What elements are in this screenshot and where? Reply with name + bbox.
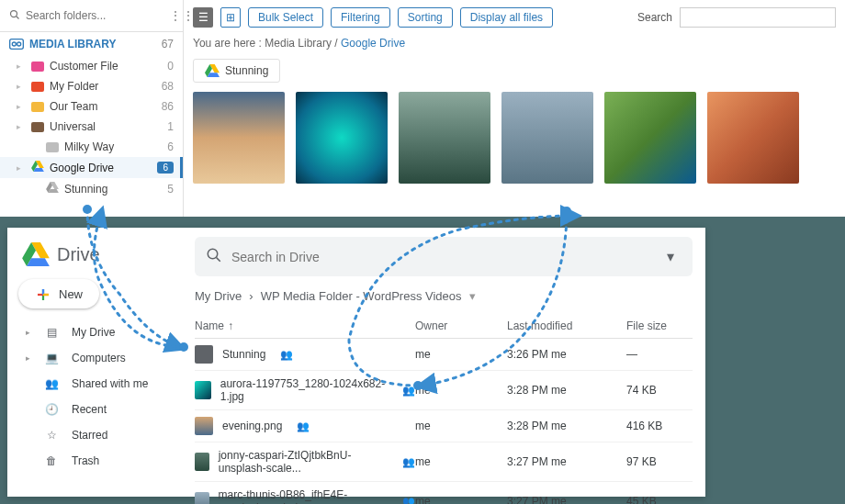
drive-nav-recent[interactable]: 🕘Recent	[15, 397, 175, 422]
drive-file-row[interactable]: evening.png👥me3:28 PM me416 KB	[195, 410, 693, 442]
media-thumbnail[interactable]	[399, 92, 490, 184]
svg-line-6	[217, 257, 220, 261]
file-icon	[195, 381, 211, 399]
sidebar-item-count: 6	[167, 140, 174, 153]
plus-icon	[35, 286, 50, 301]
library-count: 67	[162, 38, 174, 50]
media-thumbnail[interactable]	[707, 92, 799, 184]
bulk-select-button[interactable]: Bulk Select	[248, 7, 323, 28]
svg-point-0	[11, 11, 17, 17]
shared-icon: 👥	[280, 349, 293, 361]
library-title: MEDIA LIBRARY	[29, 38, 116, 50]
drive-bc-root[interactable]: My Drive	[195, 289, 242, 303]
chevron-icon: ▸	[17, 163, 26, 173]
file-modified: 3:28 PM me	[507, 420, 626, 432]
view-list-button[interactable]: ☰	[193, 7, 213, 28]
folder-chip-stunning[interactable]: Stunning	[193, 59, 280, 83]
search-label: Search	[637, 11, 672, 24]
folder-icon	[46, 142, 59, 152]
file-size: 74 KB	[626, 384, 693, 397]
sidebar-item-label: Our Team	[50, 100, 97, 113]
file-icon	[195, 417, 213, 435]
sidebar-item-customer-file[interactable]: ▸Customer File0	[0, 56, 183, 76]
drive-nav-my-drive[interactable]: ▸▤My Drive	[15, 319, 175, 345]
col-owner-header[interactable]: Owner	[415, 319, 507, 332]
sidebar-item-our-team[interactable]: ▸Our Team86	[0, 96, 183, 117]
file-size: —	[626, 348, 693, 361]
file-name: marc-thunis-0B86_ifhE4E-unsplash-scaled.…	[219, 488, 388, 504]
file-modified: 3:27 PM me	[507, 495, 626, 504]
drive-file-row[interactable]: marc-thunis-0B86_ifhE4E-unsplash-scaled.…	[195, 482, 693, 504]
sidebar-item-count: 5	[167, 183, 174, 196]
filtering-button[interactable]: Filtering	[331, 7, 390, 28]
sidebar-item-milky-way[interactable]: Milky Way6	[0, 137, 183, 157]
shared-icon: 👥	[402, 456, 415, 468]
col-size-header[interactable]: File size	[626, 319, 693, 332]
chevron-right-icon: ›	[249, 289, 253, 303]
svg-point-4	[17, 42, 21, 46]
drive-search-input[interactable]	[231, 250, 650, 264]
view-grid-button[interactable]: ⊞	[220, 7, 241, 28]
nav-label: Computers	[72, 352, 126, 364]
sidebar-item-stunning[interactable]: Stunning5	[0, 178, 183, 199]
drive-file-row[interactable]: jonny-caspari-ZtIQjtbkBnU-unsplash-scale…	[195, 442, 693, 482]
sidebar-item-label: Google Drive	[50, 162, 114, 174]
file-modified: 3:27 PM me	[507, 455, 626, 468]
search-options-icon[interactable]: ▾	[659, 244, 682, 269]
folder-icon	[31, 62, 44, 72]
nav-icon: 🕘	[44, 403, 59, 416]
sidebar-item-google-drive[interactable]: ▸Google Drive6	[0, 157, 183, 178]
sidebar-item-count: 68	[162, 80, 174, 93]
chevron-down-icon[interactable]: ▾	[469, 289, 476, 303]
file-icon	[195, 453, 209, 471]
sidebar-item-my-folder[interactable]: ▸My Folder68	[0, 76, 183, 96]
drive-nav-starred[interactable]: ☆Starred	[15, 422, 175, 448]
file-owner: me	[415, 420, 507, 432]
file-owner: me	[415, 455, 507, 468]
drive-new-button[interactable]: New	[18, 279, 99, 308]
nav-label: My Drive	[72, 326, 115, 339]
search-icon	[206, 247, 222, 267]
drive-nav-trash[interactable]: 🗑Trash	[15, 448, 175, 474]
media-thumbnail[interactable]	[193, 92, 285, 184]
breadcrumb-current[interactable]: Google Drive	[341, 37, 405, 50]
google-drive-icon	[31, 161, 44, 174]
svg-line-1	[17, 17, 19, 19]
sidebar-item-universal[interactable]: ▸Universal1	[0, 117, 183, 137]
drive-file-row[interactable]: aurora-1197753_1280-1024x682-1.jpg👥me3:2…	[195, 371, 693, 410]
google-drive-panel: Drive New ▸▤My Drive▸💻Computers👥Shared w…	[7, 228, 705, 497]
file-owner: me	[415, 348, 507, 361]
file-icon	[195, 492, 209, 504]
file-name: aurora-1197753_1280-1024x682-1.jpg	[220, 377, 388, 403]
col-name-header[interactable]: Name	[195, 319, 224, 332]
drive-nav-computers[interactable]: ▸💻Computers	[15, 345, 175, 371]
file-owner: me	[415, 495, 507, 504]
folder-icon	[31, 102, 44, 112]
drive-file-row[interactable]: Stunning👥me3:26 PM me—	[195, 339, 693, 371]
chevron-icon: ▸	[17, 82, 26, 91]
chevron-icon: ▸	[17, 62, 26, 71]
media-thumbnail[interactable]	[296, 92, 388, 184]
file-modified: 3:26 PM me	[507, 348, 626, 361]
sidebar-item-label: Universal	[50, 120, 96, 133]
nav-icon: 🗑	[44, 454, 59, 467]
folder-icon	[31, 122, 44, 132]
library-header[interactable]: MEDIA LIBRARY 67	[0, 32, 183, 56]
media-thumbnail[interactable]	[501, 92, 593, 184]
sidebar-item-label: Milky Way	[64, 140, 114, 153]
shared-icon: 👥	[402, 496, 415, 505]
col-modified-header[interactable]: Last modified	[507, 319, 626, 332]
media-thumbnail[interactable]	[604, 92, 696, 184]
sort-asc-icon: ↑	[228, 319, 233, 332]
folder-search-input[interactable]	[26, 9, 163, 22]
breadcrumb: You are here : Media Library / Google Dr…	[193, 37, 836, 50]
drive-bc-current[interactable]: WP Media Folder - WordPress Videos	[261, 289, 462, 303]
sorting-button[interactable]: Sorting	[398, 7, 453, 28]
file-size: 45 KB	[626, 495, 693, 504]
drive-nav-shared-with-me[interactable]: 👥Shared with me	[15, 371, 175, 397]
display-all-button[interactable]: Display all files	[460, 7, 553, 28]
nav-label: Starred	[72, 429, 107, 442]
sidebar-item-count: 86	[162, 100, 174, 113]
media-search-input[interactable]	[680, 7, 836, 28]
sidebar-item-label: Stunning	[64, 183, 107, 196]
